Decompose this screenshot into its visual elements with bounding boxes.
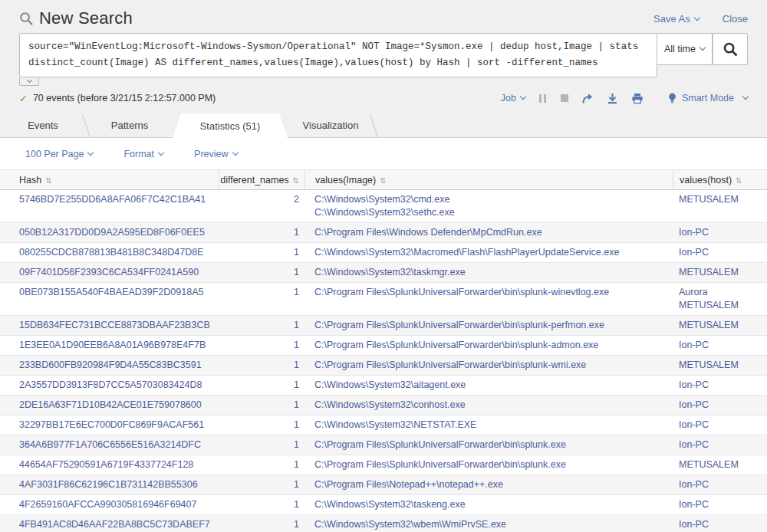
host-link[interactable]: Ion-PC <box>679 399 767 412</box>
hash-link[interactable]: 4F2659160AFCCA990305816946F69407 <box>19 498 219 511</box>
image-path-link[interactable]: C:\Windows\System32\aitagent.exe <box>314 379 673 392</box>
column-header-values-host[interactable]: values(host)⇅ <box>673 170 767 189</box>
hash-link[interactable]: 09F7401D56F2393C6CA534FF0241A590 <box>19 266 219 279</box>
hash-link[interactable]: 32297BB17E6EC700D0FC869F9ACAF561 <box>19 419 219 432</box>
pause-job-button[interactable] <box>538 94 548 103</box>
image-path-link[interactable]: C:\Program Files\SplunkUniversalForwarde… <box>314 286 673 299</box>
different-names-link[interactable]: 1 <box>219 286 299 299</box>
share-job-button[interactable] <box>581 93 594 104</box>
image-path-link[interactable]: C:\Windows\System32\conhost.exe <box>314 399 673 412</box>
job-menu-button[interactable]: Job <box>501 93 525 103</box>
tab-statistics[interactable]: Statistics (51) <box>173 113 288 138</box>
table-row: 080255CDCB878813B481B8C348D47D8E1C:\Wind… <box>0 243 767 263</box>
host-link[interactable]: Ion-PC <box>679 498 767 511</box>
different-names-link[interactable]: 1 <box>219 518 299 531</box>
host-link[interactable]: Ion-PC <box>679 478 767 491</box>
export-job-button[interactable] <box>607 93 618 104</box>
tab-events[interactable]: Events <box>0 113 86 137</box>
host-link[interactable]: Ion-PC <box>679 438 767 452</box>
image-path-link[interactable]: C:\Windows\System32\wbem\WmiPrvSE.exe <box>314 518 673 531</box>
different-names-link[interactable]: 1 <box>219 438 299 452</box>
image-path-link[interactable]: C:\Program Files\SplunkUniversalForwarde… <box>314 339 673 352</box>
different-names-link[interactable]: 1 <box>219 339 299 352</box>
column-header-hash[interactable]: Hash⇅ <box>0 170 219 189</box>
hash-link[interactable]: 4AF3031F86C62196C1B731142BB55306 <box>19 478 219 491</box>
hash-link[interactable]: 4FB491AC8D46AAF22BA8BC5C73DABEF7 <box>19 518 219 531</box>
image-path-link[interactable]: C:\Windows\System32\NETSTAT.EXE <box>314 419 673 432</box>
search-input[interactable]: source="WinEventLog:Microsoft-Windows-Sy… <box>19 33 657 77</box>
different-names-link[interactable]: 2 <box>219 193 299 206</box>
tab-visualization[interactable]: Visualization <box>288 113 374 137</box>
different-names-link[interactable]: 1 <box>219 478 299 491</box>
image-path-link[interactable]: C:\Windows\System32\Macromed\Flash\Flash… <box>314 246 673 259</box>
different-names-link[interactable]: 1 <box>219 419 299 432</box>
different-names-link[interactable]: 1 <box>219 498 299 511</box>
format-dropdown[interactable]: Format <box>123 149 163 159</box>
hash-link[interactable]: 2DE16A63F71D10B42ACE01E759078600 <box>19 399 219 412</box>
host-link[interactable]: METUSALEM <box>679 319 767 332</box>
hash-link[interactable]: 080255CDCB878813B481B8C348D47D8E <box>19 246 219 259</box>
different-names-link[interactable]: 1 <box>219 319 299 332</box>
different-names-link[interactable]: 1 <box>219 399 299 412</box>
per-page-dropdown[interactable]: 100 Per Page <box>25 149 93 159</box>
hash-link[interactable]: 44654AF75290591A6719F4337724F128 <box>19 458 219 471</box>
host-link[interactable]: Ion-PC <box>679 419 767 432</box>
different-names-link[interactable]: 1 <box>219 246 299 259</box>
column-header-different-names[interactable]: different_names⇅ <box>219 170 304 189</box>
time-range-picker[interactable]: All time <box>657 33 713 65</box>
print-job-button[interactable] <box>631 93 644 104</box>
search-submit-button[interactable] <box>713 33 748 65</box>
hash-link[interactable]: 050B12A317DD0D9A2A595ED8F06F0EE5 <box>19 226 219 239</box>
image-path-link[interactable]: C:\Program Files\SplunkUniversalForwarde… <box>314 359 673 372</box>
hash-link[interactable]: 0BE073B155A540F4BAEAD39F2D0918A5 <box>19 286 219 299</box>
search-query-text[interactable]: source="WinEventLog:Microsoft-Windows-Sy… <box>28 39 648 71</box>
host-link[interactable]: METUSALEM <box>679 458 767 471</box>
sort-icon[interactable]: ⇅ <box>380 176 386 185</box>
search-bar: source="WinEventLog:Microsoft-Windows-Sy… <box>19 33 748 77</box>
search-mode-button[interactable]: Smart Mode <box>667 93 748 103</box>
hash-link[interactable]: 5746BD7E255DD6A8AFA06F7C42C1BA41 <box>19 193 219 206</box>
different-names-cell: 1 <box>219 455 304 475</box>
stop-job-button[interactable] <box>561 94 568 102</box>
hash-link[interactable]: 233BD600FB920984F9D4A55C83BC3591 <box>19 359 219 372</box>
host-link[interactable]: Ion-PC <box>679 226 767 239</box>
image-path-link[interactable]: C:\Windows\System32\sethc.exe <box>314 206 673 219</box>
hash-link[interactable]: 1E3EE0A1D90EEB6A8A01A96B978E4F7B <box>19 339 219 352</box>
app-header: New Search Save As Close <box>0 0 767 33</box>
search-assistant-toggle[interactable] <box>19 77 39 86</box>
host-link[interactable]: METUSALEM <box>679 266 767 279</box>
host-link[interactable]: Ion-PC <box>679 339 767 352</box>
different-names-link[interactable]: 1 <box>219 458 299 471</box>
column-header-values-image[interactable]: values(Image)⇅ <box>304 170 673 189</box>
host-link[interactable]: Aurora <box>679 286 767 299</box>
hash-link[interactable]: 2A3557DD3913F8D7CC5A5703083424D8 <box>19 379 219 392</box>
image-path-link[interactable]: C:\Program Files\SplunkUniversalForwarde… <box>314 458 673 471</box>
different-names-link[interactable]: 1 <box>219 359 299 372</box>
image-path-link[interactable]: C:\Program Files\SplunkUniversalForwarde… <box>314 438 673 452</box>
image-path-link[interactable]: C:\Program Files\Windows Defender\MpCmdR… <box>314 226 673 239</box>
image-path-link[interactable]: C:\Windows\System32\cmd.exe <box>314 193 673 206</box>
hash-link[interactable]: 364A6B977F1A706C6556E516A3214DFC <box>19 438 219 452</box>
tab-patterns[interactable]: Patterns <box>87 113 173 137</box>
save-as-button[interactable]: Save As <box>653 13 700 25</box>
close-button[interactable]: Close <box>723 13 748 25</box>
hash-link[interactable]: 15DB634FEC731BCCE8873DBAAF23B3CB <box>19 319 219 332</box>
different-names-link[interactable]: 1 <box>219 379 299 392</box>
different-names-cell: 1 <box>219 376 304 395</box>
image-path-link[interactable]: C:\Windows\System32\taskmgr.exe <box>314 266 673 279</box>
different-names-link[interactable]: 1 <box>219 266 299 279</box>
host-link[interactable]: Ion-PC <box>679 379 767 392</box>
host-link[interactable]: Ion-PC <box>679 518 767 531</box>
sort-icon[interactable]: ⇅ <box>293 176 299 185</box>
image-path-link[interactable]: C:\Windows\System32\taskeng.exe <box>314 498 673 511</box>
sort-icon[interactable]: ⇅ <box>736 176 742 185</box>
host-link[interactable]: METUSALEM <box>679 299 767 312</box>
host-link[interactable]: METUSALEM <box>679 193 767 206</box>
host-link[interactable]: Ion-PC <box>679 246 767 259</box>
different-names-link[interactable]: 1 <box>219 226 299 239</box>
image-path-link[interactable]: C:\Program Files\SplunkUniversalForwarde… <box>314 319 673 332</box>
image-path-link[interactable]: C:\Program Files\Notepad++\notepad++.exe <box>314 478 673 491</box>
sort-icon[interactable]: ⇅ <box>45 176 51 185</box>
host-link[interactable]: METUSALEM <box>679 359 767 372</box>
preview-dropdown[interactable]: Preview <box>194 149 237 159</box>
